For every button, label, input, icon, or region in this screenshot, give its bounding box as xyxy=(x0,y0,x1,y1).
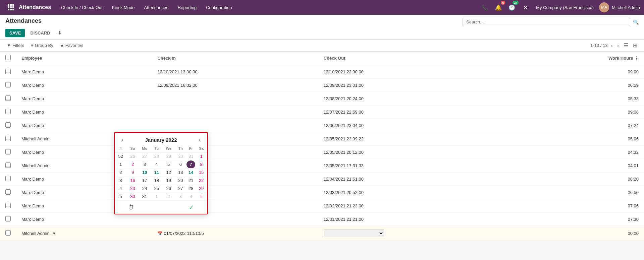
grid-view-button[interactable]: ⊞ xyxy=(632,42,639,49)
calendar-day[interactable]: 25 xyxy=(151,185,163,193)
calendar-day[interactable]: 12 xyxy=(163,169,175,177)
filter-icon: ▼ xyxy=(7,43,11,48)
col-options-icon[interactable]: ⋮ xyxy=(634,56,639,61)
menu-kiosk[interactable]: Kiosk Mode xyxy=(107,1,140,14)
calendar-day[interactable]: 9 xyxy=(127,169,139,177)
cell-workhours: 09:08 xyxy=(525,106,644,119)
calendar-week-number: 4 xyxy=(115,185,127,193)
calendar-day[interactable]: 29 xyxy=(195,185,207,193)
row-checkbox[interactable] xyxy=(5,203,11,208)
calendar-day[interactable]: 21 xyxy=(186,177,195,185)
employee-dropdown[interactable]: ▼ xyxy=(51,231,57,236)
calendar-day[interactable]: 14 xyxy=(186,169,195,177)
close-icon[interactable]: ✕ xyxy=(520,2,531,13)
search-button[interactable]: 🔍 xyxy=(633,19,639,25)
menu-attendances[interactable]: Attendances xyxy=(140,1,173,14)
discard-button[interactable]: DISCARD xyxy=(28,29,53,37)
avatar[interactable]: MA xyxy=(599,2,609,12)
calendar-next-button[interactable]: › xyxy=(197,136,203,143)
save-button[interactable]: SAVE xyxy=(5,29,25,37)
calendar-day[interactable]: 3 xyxy=(139,160,151,169)
cell-checkout: 12/03/2021 20:52:00 xyxy=(318,186,525,199)
calendar-day[interactable]: 1 xyxy=(195,152,207,160)
clock-icon[interactable]: 🕐27 xyxy=(506,2,517,13)
filter-bar: ▼ Filters ≡ Group By ★ Favorites 1-13 / … xyxy=(0,40,644,52)
calendar-clock-button[interactable]: ⏱ xyxy=(128,204,134,211)
calendar-day[interactable]: 8 xyxy=(195,160,207,169)
svg-rect-5 xyxy=(12,6,14,8)
calendar-day[interactable]: 3 xyxy=(175,193,187,201)
row-checkbox[interactable] xyxy=(5,176,11,181)
menu-checkin[interactable]: Check In / Check Out xyxy=(56,1,107,14)
phone-icon[interactable]: 📞 xyxy=(480,2,490,13)
calendar-day[interactable]: 2 xyxy=(163,193,175,201)
cell-workhours: 06:59 xyxy=(525,79,644,92)
row-checkbox[interactable] xyxy=(5,149,11,154)
checkin-value[interactable]: 01/07/2022 11:51:55 xyxy=(164,231,204,236)
menu-reporting[interactable]: Reporting xyxy=(173,1,201,14)
calendar-day[interactable]: 5 xyxy=(195,193,207,201)
search-input[interactable] xyxy=(463,18,630,26)
app-grid-icon[interactable] xyxy=(4,4,17,11)
attendance-table: Employee Check In Check Out Work Hours ⋮… xyxy=(0,52,644,241)
calendar-day[interactable]: 15 xyxy=(195,169,207,177)
pager-prev[interactable]: ‹ xyxy=(610,42,614,49)
calendar-day[interactable]: 10 xyxy=(139,169,151,177)
row-checkbox[interactable] xyxy=(5,189,11,195)
calendar-day[interactable]: 7 xyxy=(186,160,195,169)
list-view-button[interactable]: ☰ xyxy=(622,42,630,49)
groupby-button[interactable]: ≡ Group By xyxy=(30,42,55,49)
table-row: Marc Demo12/04/2021 21:51:0008:20 xyxy=(0,173,644,186)
top-menu: Check In / Check Out Kiosk Mode Attendan… xyxy=(56,1,236,14)
row-checkbox[interactable] xyxy=(5,122,11,128)
calendar-day[interactable]: 16 xyxy=(127,177,139,185)
menu-configuration[interactable]: Configuration xyxy=(201,1,236,14)
calendar-day[interactable]: 31 xyxy=(139,193,151,201)
notification-bell-icon[interactable]: 🔔6 xyxy=(493,2,504,13)
calendar-day[interactable]: 22 xyxy=(195,177,207,185)
filters-button[interactable]: ▼ Filters xyxy=(5,42,25,49)
row-checkbox[interactable] xyxy=(5,230,11,236)
row-checkbox[interactable] xyxy=(5,136,11,141)
calendar-day[interactable]: 1 xyxy=(151,193,163,201)
favorites-icon: ★ xyxy=(60,43,64,48)
calendar-day[interactable]: 31 xyxy=(186,152,195,160)
calendar-day[interactable]: 28 xyxy=(186,185,195,193)
row-checkbox[interactable] xyxy=(5,109,11,114)
row-checkbox[interactable] xyxy=(5,162,11,168)
calendar-day[interactable]: 24 xyxy=(139,185,151,193)
calendar-day[interactable]: 29 xyxy=(163,152,175,160)
calendar-day[interactable]: 4 xyxy=(186,193,195,201)
calendar-day[interactable]: 30 xyxy=(175,152,187,160)
calendar-day[interactable]: 23 xyxy=(127,185,139,193)
calendar-day[interactable]: 27 xyxy=(175,185,187,193)
calendar-day[interactable]: 2 xyxy=(127,160,139,169)
select-all-checkbox[interactable] xyxy=(5,55,11,60)
calendar-confirm-button[interactable]: ✓ xyxy=(189,204,194,211)
calendar-day[interactable]: 17 xyxy=(139,177,151,185)
cell-checkin xyxy=(152,92,318,106)
calendar-day[interactable]: 19 xyxy=(163,177,175,185)
calendar-day[interactable]: 28 xyxy=(151,152,163,160)
calendar-day[interactable]: 20 xyxy=(175,177,187,185)
calendar-day[interactable]: 6 xyxy=(175,160,187,169)
calendar-day[interactable]: 11 xyxy=(151,169,163,177)
pager-next[interactable]: › xyxy=(616,42,620,49)
svg-rect-2 xyxy=(12,4,14,6)
row-checkbox[interactable] xyxy=(5,216,11,221)
favorites-button[interactable]: ★ Favorites xyxy=(59,42,85,49)
row-checkbox[interactable] xyxy=(5,95,11,101)
calendar-prev-button[interactable]: ‹ xyxy=(119,136,125,143)
calendar-day[interactable]: 5 xyxy=(163,160,175,169)
row-checkbox[interactable] xyxy=(5,82,11,87)
calendar-day[interactable]: 13 xyxy=(175,169,187,177)
row-checkbox[interactable] xyxy=(5,69,11,74)
download-button[interactable]: ⬇ xyxy=(56,28,64,37)
calendar-day[interactable]: 18 xyxy=(151,177,163,185)
calendar-day[interactable]: 26 xyxy=(127,152,139,160)
calendar-day[interactable]: 4 xyxy=(151,160,163,169)
calendar-day[interactable]: 27 xyxy=(139,152,151,160)
checkout-select[interactable] xyxy=(324,230,384,237)
calendar-day[interactable]: 26 xyxy=(163,185,175,193)
calendar-day[interactable]: 30 xyxy=(127,193,139,201)
